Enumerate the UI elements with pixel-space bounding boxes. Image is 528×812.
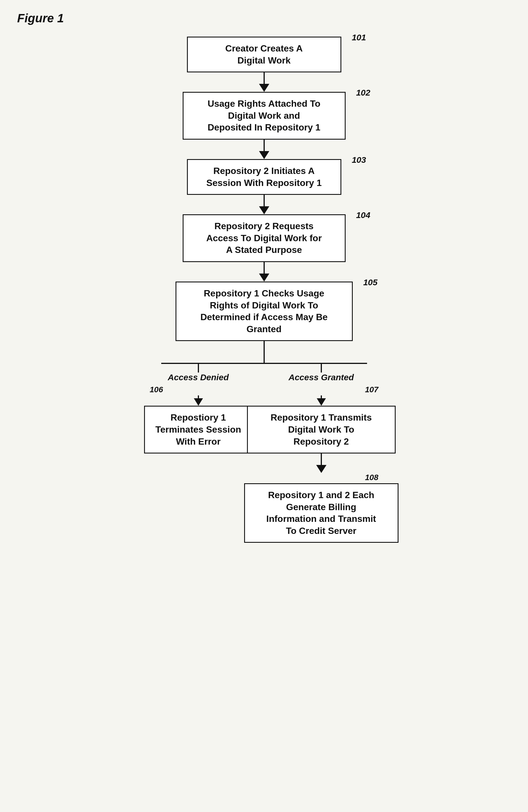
node-102: 102 Usage Rights Attached To Digital Wor…: [183, 92, 346, 140]
arrow-head: [259, 206, 269, 214]
label-101: 101: [352, 32, 366, 43]
arrow-line: [263, 262, 265, 274]
arrow-line: [263, 195, 265, 206]
node-104-text: Repository 2 Requests Access To Digital …: [206, 221, 321, 255]
label-105: 105: [363, 277, 377, 288]
branch-denied: Access Denied 106 Repostiory 1 Terminate…: [147, 364, 250, 453]
branch-split-container: [147, 341, 381, 364]
branch-granted: Access Granted 107 Repository 1 Transmit…: [261, 364, 381, 543]
granted-arrow-container: [321, 364, 322, 373]
denied-arrow-container: [198, 364, 199, 373]
figure-title: Figure 1: [17, 12, 511, 25]
arrow-101-102: [259, 72, 269, 92]
access-denied-label: Access Denied: [168, 373, 229, 382]
denied-vline2: [198, 395, 199, 398]
arrow-head: [259, 84, 269, 92]
denied-vline: [198, 364, 199, 373]
branch-row: Access Denied 106 Repostiory 1 Terminate…: [147, 364, 381, 543]
node-107: Repository 1 Transmits Digital Work To R…: [247, 406, 396, 453]
denied-arrow-head: [194, 398, 203, 406]
node-106: Repostiory 1 Terminates Session With Err…: [144, 406, 253, 453]
node-107-text: Repository 1 Transmits Digital Work To R…: [271, 412, 372, 446]
access-granted-label: Access Granted: [288, 373, 353, 382]
diagram-container: 101 Creator Creates A Digital Work 102 U…: [17, 37, 511, 543]
arrow-line: [263, 140, 265, 151]
arrow-head: [316, 465, 327, 473]
label-103: 103: [352, 154, 366, 165]
label-102: 102: [356, 87, 370, 98]
node-108: Repository 1 and 2 Each Generate Billing…: [244, 483, 398, 543]
arrow-104-105: [259, 262, 269, 281]
node-105-text: Repository 1 Checks Usage Rights of Digi…: [200, 288, 328, 334]
granted-vline2: [321, 395, 322, 398]
arrow-107-108: [316, 453, 327, 473]
page-wrapper: Figure 1 101 Creator Creates A Digital W…: [17, 12, 511, 543]
node-102-text: Usage Rights Attached To Digital Work an…: [208, 98, 320, 132]
node-101: 101 Creator Creates A Digital Work: [187, 37, 341, 72]
node-103: 103 Repository 2 Initiates A Session Wit…: [187, 159, 341, 195]
label-106-pos: 106: [150, 385, 163, 394]
node-105: 105 Repository 1 Checks Usage Rights of …: [176, 281, 353, 341]
node-106-text: Repostiory 1 Terminates Session With Err…: [155, 412, 241, 446]
arrow-head: [259, 274, 269, 281]
label-108-pos: 108: [365, 473, 378, 482]
arrow-103-104: [259, 195, 269, 214]
node-108-text: Repository 1 and 2 Each Generate Billing…: [266, 490, 376, 536]
arrow-102-103: [259, 140, 269, 159]
arrow-line: [263, 72, 265, 84]
granted-vline: [321, 364, 322, 373]
h-branch-line: [161, 363, 367, 364]
arrow-line: [321, 453, 322, 465]
label-107-pos: 107: [365, 385, 378, 394]
granted-arrow-head: [317, 398, 326, 406]
label-104: 104: [356, 209, 370, 221]
node-104: 104 Repository 2 Requests Access To Digi…: [183, 214, 346, 262]
node-101-text: Creator Creates A Digital Work: [225, 43, 303, 66]
center-vline: [263, 341, 265, 364]
node-103-text: Repository 2 Initiates A Session With Re…: [207, 166, 321, 188]
arrow-head: [259, 151, 269, 159]
